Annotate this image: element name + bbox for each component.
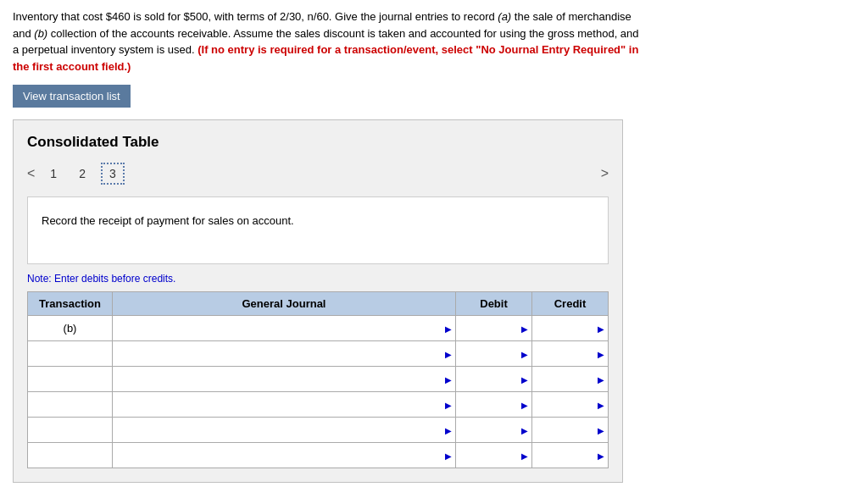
consolidated-container: Consolidated Table < 1 2 3 > Record the … [13, 119, 623, 483]
credit-input[interactable] [532, 316, 608, 340]
next-chevron[interactable]: > [601, 166, 609, 181]
transaction-cell [28, 367, 113, 392]
page-2[interactable]: 2 [72, 164, 92, 183]
general-journal-cell[interactable] [113, 316, 456, 341]
intro-text-1: Inventory that cost $460 is sold for $50… [13, 10, 498, 23]
col-general-journal: General Journal [113, 292, 456, 316]
col-transaction: Transaction [28, 292, 113, 316]
general-journal-cell[interactable] [113, 392, 456, 418]
page-3[interactable]: 3 [101, 163, 125, 185]
credit-input[interactable] [532, 392, 608, 417]
general-journal-cell[interactable] [113, 443, 456, 468]
col-debit: Debit [456, 292, 532, 316]
debit-cell[interactable] [456, 367, 532, 392]
debit-cell[interactable] [456, 392, 532, 418]
credit-cell[interactable] [532, 341, 609, 367]
debit-cell[interactable] [456, 443, 532, 468]
credit-cell[interactable] [532, 443, 609, 468]
transaction-cell [28, 392, 113, 418]
journal-table: Transaction General Journal Debit Credit… [27, 291, 609, 468]
transaction-cell [28, 341, 113, 367]
general-journal-input[interactable] [113, 418, 455, 442]
intro-paragraph: Inventory that cost $460 is sold for $50… [13, 8, 640, 75]
transaction-cell: (b) [28, 316, 113, 341]
debit-cell[interactable] [456, 418, 532, 443]
general-journal-cell[interactable] [113, 341, 456, 367]
credit-input[interactable] [532, 341, 608, 366]
table-row [28, 341, 609, 367]
view-transaction-list-button[interactable]: View transaction list [13, 85, 131, 108]
instruction-box: Record the receipt of payment for sales … [27, 196, 609, 264]
general-journal-input[interactable] [113, 443, 455, 468]
credit-cell[interactable] [532, 367, 609, 392]
general-journal-input[interactable] [113, 367, 455, 391]
general-journal-cell[interactable] [113, 367, 456, 392]
general-journal-cell[interactable] [113, 418, 456, 443]
debit-input[interactable] [456, 392, 531, 417]
credit-input[interactable] [532, 367, 608, 391]
credit-input[interactable] [532, 418, 608, 442]
page-1[interactable]: 1 [43, 164, 64, 183]
transaction-cell [28, 443, 113, 468]
instruction-text: Record the receipt of payment for sales … [42, 214, 294, 227]
debit-input[interactable] [456, 443, 531, 468]
col-credit: Credit [532, 292, 609, 316]
credit-cell[interactable] [532, 392, 609, 418]
consolidated-title: Consolidated Table [27, 134, 609, 151]
table-row [28, 418, 609, 443]
transaction-cell [28, 418, 113, 443]
table-row [28, 392, 609, 418]
credit-cell[interactable] [532, 316, 609, 341]
debit-input[interactable] [456, 316, 531, 340]
prev-chevron[interactable]: < [27, 166, 35, 181]
debit-cell[interactable] [456, 316, 532, 341]
general-journal-input[interactable] [113, 341, 455, 366]
debit-input[interactable] [456, 418, 531, 442]
debit-input[interactable] [456, 367, 531, 391]
credit-input[interactable] [532, 443, 608, 468]
note-text: Note: Enter debits before credits. [27, 273, 609, 285]
intro-italic-a: (a) [498, 10, 511, 23]
credit-cell[interactable] [532, 418, 609, 443]
table-row [28, 443, 609, 468]
debit-cell[interactable] [456, 341, 532, 367]
general-journal-input[interactable] [113, 316, 455, 340]
pagination: < 1 2 3 > [27, 163, 609, 185]
debit-input[interactable] [456, 341, 531, 366]
table-row [28, 367, 609, 392]
general-journal-input[interactable] [113, 392, 455, 417]
intro-italic-b: (b) [34, 27, 47, 40]
table-row: (b) [28, 316, 609, 341]
